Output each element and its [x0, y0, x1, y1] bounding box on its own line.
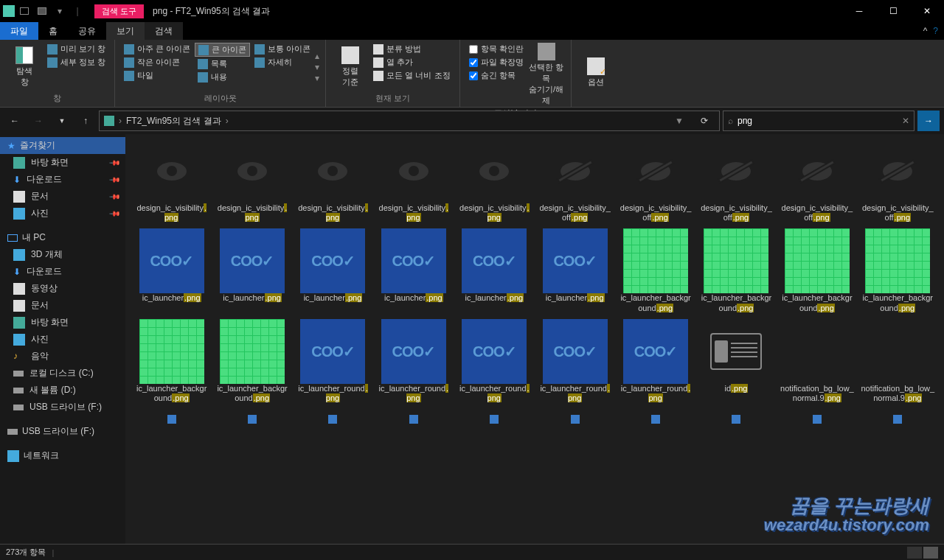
sidebar-quick-access[interactable]: ★즐겨찾기	[0, 137, 125, 154]
back-button[interactable]: ←	[4, 111, 25, 131]
tab-share[interactable]: 공유	[68, 22, 106, 40]
file-item[interactable]: ic_launcher_round.png	[294, 322, 372, 403]
sidebar-volume-d[interactable]: 새 볼륨 (D:)	[0, 382, 125, 399]
sidebar-documents[interactable]: 문서	[0, 297, 125, 314]
file-item[interactable]: ic_launcher.png	[133, 231, 210, 312]
file-item[interactable]: ic_launcher_background.png	[213, 322, 291, 403]
file-item[interactable]	[213, 412, 291, 430]
nav-pane-button[interactable]: 탐색 창	[6, 43, 43, 91]
maximize-button[interactable]: ☐	[876, 0, 910, 22]
file-item[interactable]: design_ic_visibility.png	[294, 141, 372, 223]
s-icons-button[interactable]: 작은 아이콘	[121, 56, 193, 69]
file-item[interactable]: ic_launcher_round.png	[536, 322, 614, 403]
sidebar-network[interactable]: 네트워크	[0, 447, 125, 464]
scroll-up-icon[interactable]: ▴	[315, 51, 319, 61]
search-go-button[interactable]: →	[917, 111, 940, 131]
content-button[interactable]: 내용	[195, 71, 250, 83]
file-item[interactable]: design_ic_visibility_off.png	[617, 141, 694, 223]
file-item[interactable]	[375, 412, 452, 430]
search-tools-tab[interactable]: 검색 도구	[94, 4, 144, 18]
breadcrumb[interactable]: FT2_Win95의 검색 결과	[126, 115, 221, 127]
file-extensions-toggle[interactable]: 파일 확장명	[466, 56, 527, 69]
fit-columns-button[interactable]: 모든 열 너비 조정	[370, 69, 453, 82]
search-input[interactable]: png	[738, 116, 902, 126]
refresh-button[interactable]: ⟳	[694, 111, 715, 131]
item-checkboxes-toggle[interactable]: 항목 확인란	[466, 43, 527, 55]
tab-view[interactable]: 보기	[106, 22, 145, 40]
file-item[interactable]: ic_launcher_background.png	[698, 231, 775, 312]
address-dropdown[interactable]: ▼	[669, 111, 690, 131]
tiles-button[interactable]: 타일	[121, 69, 193, 82]
hide-selected-button[interactable]: 선택한 항목 숨기기/해제	[528, 43, 565, 106]
sidebar-3d-objects[interactable]: 3D 개체	[0, 246, 125, 263]
help-icon[interactable]: ?	[933, 26, 938, 36]
file-item[interactable]: ic_launcher_background.png	[778, 231, 856, 312]
options-button[interactable]: ✓ 옵션	[577, 43, 614, 102]
file-item[interactable]: ic_launcher_round.png	[617, 322, 694, 403]
details-view-button[interactable]	[907, 547, 922, 559]
collapse-ribbon-icon[interactable]: ^	[923, 26, 928, 36]
hidden-items-toggle[interactable]: 숨긴 항목	[466, 69, 527, 82]
tab-search[interactable]: 검색	[145, 22, 183, 40]
file-item[interactable]: ic_launcher_background.png	[133, 322, 210, 403]
sidebar-music[interactable]: ♪음악	[0, 348, 125, 365]
file-view[interactable]: design_ic_visibility.pngdesign_ic_visibi…	[125, 134, 944, 544]
file-item[interactable]	[133, 412, 210, 430]
addressbar[interactable]: › FT2_Win95의 검색 결과 › ▼ ⟳	[99, 111, 720, 131]
sidebar-documents[interactable]: 문서📌	[0, 188, 125, 205]
file-item[interactable]: ic_launcher.png	[375, 231, 452, 312]
minimize-button[interactable]: ─	[842, 0, 876, 22]
sidebar-downloads[interactable]: ⬇다운로드	[0, 263, 125, 280]
sidebar-usb-f[interactable]: USB 드라이브 (F:)	[0, 399, 125, 416]
recent-dropdown[interactable]: ▼	[52, 111, 72, 131]
sidebar-downloads[interactable]: ⬇다운로드📌	[0, 171, 125, 188]
sidebar-videos[interactable]: 동영상	[0, 280, 125, 297]
close-button[interactable]: ✕	[910, 0, 944, 22]
file-item[interactable]: ic_launcher.png	[294, 231, 372, 312]
file-item[interactable]: ic_launcher_background.png	[617, 231, 694, 312]
tab-home[interactable]: 홈	[38, 22, 68, 40]
xl-icons-button[interactable]: 아주 큰 아이콘	[121, 43, 193, 55]
file-item[interactable]: id.png	[698, 322, 775, 403]
sort-button[interactable]: 정렬 기준	[332, 43, 369, 91]
qat-button[interactable]	[16, 3, 32, 19]
file-item[interactable]: ic_launcher_background.png	[859, 231, 937, 312]
file-item[interactable]: design_ic_visibility_off.png	[859, 141, 937, 223]
file-item[interactable]	[294, 412, 372, 430]
sidebar-pictures[interactable]: 사진	[0, 331, 125, 348]
file-item[interactable]: design_ic_visibility_off.png	[698, 141, 775, 223]
sidebar-desktop[interactable]: 바탕 화면📌	[0, 154, 125, 171]
file-item[interactable]	[536, 412, 614, 430]
sidebar-pictures[interactable]: 사진📌	[0, 205, 125, 222]
group-by-button[interactable]: 분류 방법	[370, 43, 453, 55]
details-pane-button[interactable]: 세부 정보 창	[44, 56, 108, 69]
icons-view-button[interactable]	[923, 547, 938, 559]
m-icons-button[interactable]: 보통 아이콘	[251, 43, 313, 55]
tab-file[interactable]: 파일	[0, 22, 38, 40]
sidebar-local-disk-c[interactable]: 로컬 디스크 (C:)	[0, 365, 125, 382]
l-icons-button[interactable]: 큰 아이콘	[195, 43, 250, 57]
file-item[interactable]: ic_launcher.png	[536, 231, 614, 312]
qat-button[interactable]	[34, 3, 50, 19]
file-item[interactable]	[617, 412, 694, 430]
file-item[interactable]: ic_launcher_round.png	[456, 322, 533, 403]
expand-icon[interactable]: ▾	[315, 73, 319, 83]
file-item[interactable]: design_ic_visibility.png	[456, 141, 533, 223]
sidebar-this-pc[interactable]: 내 PC	[0, 229, 125, 246]
up-button[interactable]: ↑	[75, 111, 96, 131]
list-button[interactable]: 목록	[195, 57, 250, 70]
searchbox[interactable]: ⌕ png ✕	[723, 111, 914, 131]
file-item[interactable]: design_ic_visibility.png	[375, 141, 452, 223]
file-item[interactable]: ic_launcher.png	[456, 231, 533, 312]
file-item[interactable]	[698, 412, 775, 430]
scroll-down-icon[interactable]: ▾	[315, 62, 319, 72]
file-item[interactable]	[859, 412, 937, 430]
sidebar-usb-f[interactable]: USB 드라이브 (F:)	[0, 423, 125, 440]
forward-button[interactable]: →	[28, 111, 49, 131]
file-item[interactable]: design_ic_visibility.png	[213, 141, 291, 223]
clear-search-button[interactable]: ✕	[902, 116, 909, 126]
qat-dropdown[interactable]: ▾	[52, 3, 68, 19]
add-columns-button[interactable]: 열 추가	[370, 56, 453, 69]
sidebar-desktop[interactable]: 바탕 화면	[0, 314, 125, 331]
file-item[interactable]: design_ic_visibility_off.png	[778, 141, 856, 223]
